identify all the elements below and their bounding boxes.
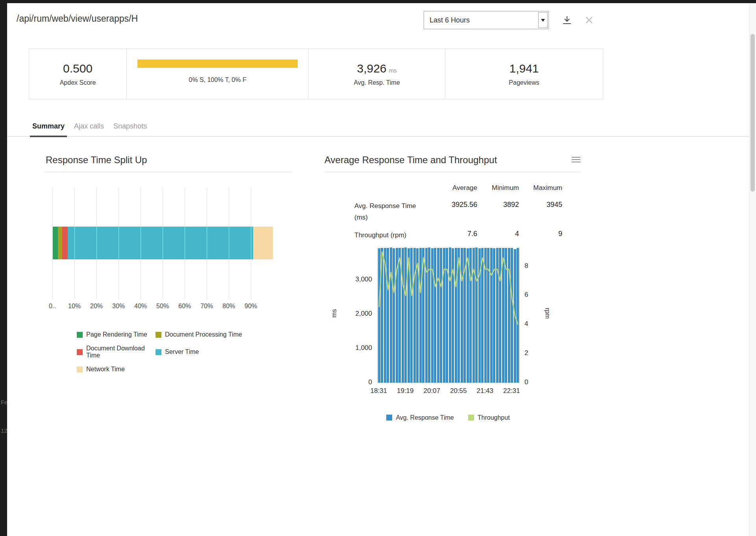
tab-snapshots[interactable]: Snapshots [111,119,149,136]
combo-plot-area [377,248,520,383]
legend-item: Network Time [77,366,156,373]
legend-item: Document Download Time [77,345,156,359]
x-tick-label: 20% [90,303,103,310]
x-tick-label: 40% [134,303,147,310]
gridline [229,188,229,299]
throughput-line [378,248,519,383]
avg-response-value: 3,926 [357,62,386,75]
gridline [96,188,97,299]
pageviews-value: 1,941 [509,62,539,75]
combo-chart-legend: Avg. Response Time Throughput [377,414,519,421]
tab-ajax-calls[interactable]: Ajax calls [72,119,106,136]
background-partial-text: 12 [1,427,7,434]
x-tick-label: 19:19 [397,387,414,395]
stack-segment [58,227,62,259]
legend-label: Server Time [165,348,199,355]
table-row-label: Avg. Response Time (ms) [354,201,429,223]
legend-item: Avg. Response Time [386,414,454,421]
chevron-down-icon[interactable] [538,12,548,28]
left-chart-legend: Page Rendering TimeDocument Processing T… [77,331,292,373]
y-left-axis: 01,0002,0003,000 [339,248,372,383]
table-cell: 3945 [519,201,562,209]
table-cell: 4 [477,230,519,238]
y-left-tick: 0 [369,378,372,386]
legend-swatch [386,415,392,421]
left-chart-title: Response Time Split Up [46,154,292,166]
gridline [163,188,163,299]
gridline [141,188,141,299]
table-header-maximum: Maximum [519,184,562,194]
apdex-label: Apdex Score [60,79,96,86]
triangle-glyph [541,19,545,22]
legend-swatch [156,332,161,338]
y-left-axis-title: ms [331,309,338,317]
x-tick-label: 21:43 [476,387,493,395]
apdex-stat: 0.500 Apdex Score [29,49,127,99]
y-right-axis-title: rpm [544,308,551,319]
close-button[interactable]: ✕ [583,14,595,27]
x-tick-label: 18:31 [370,387,387,395]
stack-segment [62,227,68,259]
right-chart-title: Average Response Time and Throughput [324,154,572,166]
table-cell: 3892 [477,201,519,209]
stacked-bar-plot [52,188,273,299]
summary-stats-panel: 0.500 Apdex Score 0% S, 100% T, 0% F 3,9… [29,48,603,99]
page-title: /api/rum/web/view/userapps/H [17,13,138,24]
download-button[interactable] [561,14,573,27]
avg-response-value-row: 3,926ms [357,62,397,75]
stack-segment [52,227,58,259]
stack-segment [68,227,253,259]
x-tick-label: 20:07 [423,387,440,395]
legend-item: Document Processing Time [156,331,292,338]
x-tick-label: 80% [222,303,235,310]
scrollbar-thumb[interactable] [750,34,755,192]
combo-chart: ms 01,0002,0003,000 02468 rpm 18:3119:19… [324,248,580,399]
time-range-select[interactable]: Last 6 Hours [424,11,549,29]
combo-x-axis: 18:3119:1920:0720:5521:4322:31 [377,387,519,396]
gridline [74,188,75,299]
y-right-tick: 0 [524,378,528,386]
tab-summary[interactable]: Summary [30,119,67,137]
vertical-scrollbar [749,3,756,536]
table-cell: 9 [519,230,562,238]
apdex-distribution-bar [137,60,298,68]
y-right-axis: 02468 [524,248,542,383]
gridline [207,188,207,299]
table-header-minimum: Minimum [477,184,519,194]
x-tick-label: 0.. [49,303,56,310]
x-tick-label: 70% [200,303,213,310]
gridline [251,188,251,299]
table-row-label: Throughput (rpm) [354,230,429,241]
x-tick-label: 20:55 [450,387,467,395]
legend-swatch [77,349,83,355]
pageviews-label: Pageviews [509,79,539,86]
left-x-axis: 0..10%20%30%40%50%60%70%80%90% [52,303,292,313]
y-right-tick: 8 [524,262,528,270]
y-right-tick: 6 [524,291,528,299]
gridline [185,188,185,299]
legend-item: Server Time [156,345,292,359]
x-tick-label: 22:31 [503,387,520,395]
modal-header: /api/rum/web/view/userapps/H Last 6 Hour… [7,3,750,39]
x-tick-label: 10% [68,303,81,310]
legend-swatch [468,415,474,421]
legend-swatch [156,349,161,355]
y-left-tick: 1,000 [355,344,372,352]
table-cell: 3925.56 [429,201,477,209]
table-cell: 7.6 [429,230,477,238]
download-icon [561,15,573,26]
apdex-distribution-stat: 0% S, 100% T, 0% F [127,49,309,99]
avg-response-stat: 3,926ms Avg. Resp. Time [309,49,445,99]
tab-bar: Summary Ajax calls Snapshots [7,119,750,137]
response-time-splitup-card: Response Time Split Up 0..10%20%30%40%50… [46,154,292,373]
response-throughput-card: Average Response Time and Throughput Ave… [324,154,580,421]
x-tick-label: 60% [178,303,191,310]
avg-response-unit: ms [389,67,397,74]
table-header-average: Average [429,184,477,194]
rum-detail-modal: /api/rum/web/view/userapps/H Last 6 Hour… [7,3,750,536]
legend-swatch [77,332,83,338]
time-range-value: Last 6 Hours [424,16,537,24]
chart-menu-icon[interactable] [572,154,580,164]
pageviews-stat: 1,941 Pageviews [445,49,603,99]
background-partial-text: Fe [1,399,8,406]
